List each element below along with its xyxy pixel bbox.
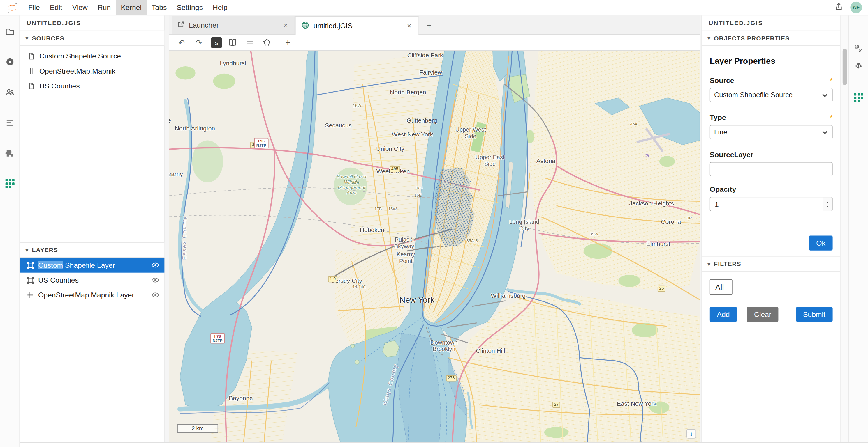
layer-row-us-counties[interactable]: US Counties (20, 273, 164, 287)
status-strip (20, 442, 868, 447)
sourcelayer-field-label: SourceLayer (710, 150, 833, 159)
vector-polygon-tool-icon[interactable] (260, 36, 274, 49)
collaborators-icon[interactable] (3, 86, 16, 99)
source-select[interactable]: Custom Shapefile Source (710, 88, 833, 102)
panel-splitter[interactable] (165, 15, 169, 442)
jgis-identify-panel-icon[interactable] (852, 91, 865, 105)
left-panel-title: UNTITLED.JGIS (20, 15, 164, 30)
visibility-toggle-eye-icon[interactable] (150, 291, 160, 299)
layer-row-openstreetmap[interactable]: OpenStreetMap.Mapnik Layer (20, 287, 164, 302)
stepper-arrows[interactable]: ▴ ▾ (823, 197, 832, 211)
source-item-label: Custom Shapefile Source (39, 52, 121, 61)
menu-item-help[interactable]: Help (208, 0, 232, 15)
file-icon (28, 82, 35, 90)
map-canvas[interactable]: New YorkLyndhurstCliffside ParkFairviewN… (169, 51, 700, 442)
add-layer-button[interactable]: + (281, 36, 294, 49)
add-filter-button[interactable]: Add (710, 307, 737, 322)
menu-item-edit[interactable]: Edit (45, 0, 67, 15)
menu-item-file[interactable]: File (23, 0, 45, 15)
tab-label: untitled.jGIS (313, 22, 401, 30)
main-menu: File Edit View Run Kernel Tabs Settings … (23, 0, 232, 15)
raster-grid-icon (27, 291, 34, 299)
submit-filter-button[interactable]: Submit (796, 307, 833, 322)
menu-item-view[interactable]: View (67, 0, 93, 15)
required-asterisk: * (830, 76, 833, 85)
left-sidebar-panel: UNTITLED.JGIS ▾ SOURCES Custom Shapefile… (20, 15, 165, 442)
required-asterisk: * (830, 113, 833, 122)
stepper-up-icon[interactable]: ▴ (827, 201, 829, 204)
tab-bar: Launcher × untitled.jGIS × + (169, 15, 700, 35)
jupyterlab-app: File Edit View Run Kernel Tabs Settings … (0, 0, 868, 447)
raster-layer-grid-icon[interactable] (243, 36, 256, 49)
menu-item-tabs[interactable]: Tabs (147, 0, 172, 15)
tab-launcher[interactable]: Launcher × (172, 16, 295, 34)
source-item-openstreetmap[interactable]: OpenStreetMap.Mapnik (20, 64, 164, 78)
visibility-toggle-eye-icon[interactable] (150, 276, 160, 284)
running-kernels-icon[interactable] (3, 55, 16, 69)
table-of-contents-icon[interactable] (3, 116, 16, 130)
stepper-down-icon[interactable]: ▾ (827, 204, 829, 207)
ok-button[interactable]: Ok (809, 235, 833, 250)
vector-layer-icon (27, 276, 34, 284)
layer-properties-form: Layer Properties Source * Custom Shapefi… (702, 46, 840, 256)
jupyter-logo (5, 1, 19, 14)
filter-all-chip[interactable]: All (710, 279, 732, 295)
caret-down-icon: ▾ (25, 247, 29, 253)
layer-row-custom-shapefile[interactable]: Custom Shapefile Layer (20, 257, 164, 272)
sourcelayer-input[interactable] (710, 162, 833, 176)
right-panel-title: UNTITLED.JGIS (702, 15, 840, 30)
basemap-svg (169, 51, 700, 442)
clear-filter-button[interactable]: Clear (747, 307, 778, 322)
left-activity-bar (0, 15, 20, 447)
jgis-panel-icon[interactable] (3, 177, 16, 190)
launcher-icon (177, 21, 185, 30)
source-item-label: OpenStreetMap.Mapnik (39, 67, 115, 75)
property-inspector-gears-icon[interactable] (852, 42, 865, 55)
opacity-field-label: Opacity (710, 185, 833, 194)
filters-body: All Add Clear Submit (702, 272, 840, 322)
new-tab-button[interactable]: + (422, 18, 436, 32)
basemap-book-icon[interactable] (226, 36, 239, 49)
menubar: File Edit View Run Kernel Tabs Settings … (0, 0, 868, 15)
globe-icon (301, 21, 310, 31)
redo-button[interactable]: ↷ (192, 36, 206, 49)
undo-button[interactable]: ↶ (175, 36, 188, 49)
share-icon[interactable] (834, 2, 843, 13)
type-select[interactable]: Line (710, 125, 833, 139)
opacity-input[interactable] (710, 197, 823, 211)
main-dock-area: Launcher × untitled.jGIS × + ↶ ↷ s (169, 15, 700, 442)
layers-section-header[interactable]: ▾ LAYERS (20, 242, 164, 257)
file-browser-icon[interactable] (3, 25, 16, 38)
caret-down-icon: ▾ (25, 35, 29, 41)
menu-item-run[interactable]: Run (93, 0, 116, 15)
chevron-down-icon (822, 130, 828, 135)
layer-label: Custom Shapefile Layer (38, 261, 146, 270)
type-select-value: Line (714, 128, 727, 136)
caret-down-icon: ▾ (708, 35, 711, 41)
menu-item-kernel[interactable]: Kernel (116, 0, 147, 15)
extension-manager-icon[interactable] (3, 147, 16, 160)
source-item-us-counties[interactable]: US Counties (20, 78, 164, 94)
panel-splitter[interactable] (700, 15, 702, 442)
tab-untitled-jgis[interactable]: untitled.jGIS × (295, 16, 419, 35)
filters-header[interactable]: ▾ FILTERS (702, 256, 840, 272)
opacity-stepper[interactable]: ▴ ▾ (710, 197, 833, 211)
close-tab-icon[interactable]: × (405, 22, 413, 30)
map-scale-bar: 2 km (177, 424, 218, 433)
visibility-toggle-eye-icon[interactable] (150, 261, 160, 270)
right-panel-scrollbar[interactable] (840, 15, 848, 442)
user-avatar[interactable]: AE (850, 2, 862, 13)
debugger-bug-icon[interactable] (852, 59, 865, 72)
close-tab-icon[interactable]: × (281, 21, 290, 29)
console-tool-button[interactable]: s (211, 37, 222, 48)
attribution-button[interactable]: i (686, 429, 696, 438)
map-toolbar: ↶ ↷ s + (169, 35, 700, 51)
sources-section-header[interactable]: ▾ SOURCES (20, 31, 164, 46)
scrollbar-thumb[interactable] (843, 48, 847, 85)
objects-properties-header[interactable]: ▾ OBJECTS PROPERTIES (702, 31, 840, 46)
source-item-custom-shapefile[interactable]: Custom Shapefile Source (20, 48, 164, 63)
source-field-label: Source * (710, 76, 833, 85)
source-select-value: Custom Shapefile Source (714, 91, 793, 99)
right-sidebar-panel: UNTITLED.JGIS ▾ OBJECTS PROPERTIES Layer… (702, 15, 840, 442)
menu-item-settings[interactable]: Settings (172, 0, 208, 15)
